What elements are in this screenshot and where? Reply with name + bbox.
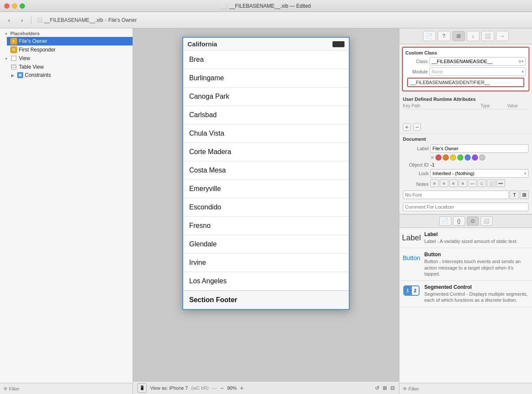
lock-arrow: ▾	[524, 171, 526, 176]
inspector-tab-identity[interactable]: ⊞	[452, 31, 465, 41]
constraints-item[interactable]: ▶ ⊞ Constraints	[7, 71, 133, 79]
swatch-purple[interactable]	[472, 155, 478, 161]
module-label: Module	[405, 69, 428, 74]
table-view-item[interactable]: Table View	[7, 63, 133, 71]
swatch-gray[interactable]	[479, 155, 485, 161]
runtime-columns: Key Path Type Value	[403, 103, 529, 109]
swatch-clear[interactable]: ✕	[430, 155, 434, 161]
object-id-row: Object ID -1	[403, 162, 529, 167]
font-input[interactable]	[403, 191, 509, 199]
runtime-add-remove-row: + −	[403, 123, 529, 131]
lib-tab-media[interactable]: ⬜	[481, 216, 493, 226]
module-dropdown-arrow: ▾	[522, 70, 524, 74]
first-responder-item[interactable]: R First Responder	[7, 45, 133, 54]
right-filter-bar: ⊕	[399, 383, 532, 394]
inspector-tab-size[interactable]: ⬜	[481, 31, 494, 41]
left-filter-input[interactable]	[9, 386, 129, 391]
runtime-attributes-section: User Defined Runtime Attributes Key Path…	[399, 94, 532, 134]
constraints-expand[interactable]: ▶	[10, 73, 15, 78]
view-item[interactable]: ▾ View	[0, 54, 133, 63]
lock-select[interactable]: Inherited - (Nothing) ▾	[430, 169, 529, 178]
close-button[interactable]	[4, 3, 9, 9]
segmented-preview-icon: 1 2	[403, 284, 420, 297]
view-device-button[interactable]: 📱	[137, 383, 147, 393]
list-item: Canoga Park	[183, 88, 349, 106]
notes-more[interactable]: •••	[496, 179, 505, 187]
list-item: Chula Vista	[183, 124, 349, 143]
segmented-preview: 1 2	[403, 285, 420, 296]
files-owner-item[interactable]: F File's Owner	[7, 37, 133, 45]
custom-class-section: Custom Class Class __FILEBASENAMEASIDE__…	[402, 47, 529, 91]
identifier-field[interactable]: __FILEBASENAMEASIDENTIFIER__	[407, 78, 524, 87]
notes-embed[interactable]: ⬜	[487, 179, 496, 187]
inspector-tab-connections[interactable]: →	[496, 31, 509, 41]
swatch-blue[interactable]	[465, 155, 471, 161]
module-input[interactable]: None ▾	[429, 67, 526, 76]
lib-tab-file[interactable]: 📄	[439, 216, 451, 226]
notes-justify[interactable]: ≡	[459, 179, 467, 187]
toolbar-separator	[31, 16, 31, 24]
left-panel: ▾ Placeholders F File's Owner R First Re…	[0, 28, 133, 394]
font-row: T ⊞	[403, 191, 529, 201]
right-panel: 📄 ? ⊞ ↓ ⬜ → Custom Class Class __FILEBAS…	[399, 28, 532, 394]
notes-align-right[interactable]: ≡	[449, 179, 458, 187]
zoom-out-button[interactable]: −	[220, 385, 224, 391]
zoom-in-button[interactable]: +	[240, 385, 243, 391]
inspector-tab-help[interactable]: ?	[438, 31, 450, 41]
constraints-icon: ⊞	[17, 72, 23, 78]
view-icon	[10, 55, 17, 62]
notes-toolbar: ≡ ≡ ≡ ≡ — □ ⬜ •••	[430, 179, 529, 187]
view-expand-icon[interactable]: ▾	[3, 56, 9, 61]
segmented-text-block: Segmented Control Segmented Control - Di…	[424, 284, 529, 303]
list-item: Irvine	[183, 254, 349, 272]
inspector-tab-file[interactable]: 📄	[423, 31, 436, 41]
swatch-green[interactable]	[457, 155, 463, 161]
lib-tab-objects[interactable]: ⊙	[467, 216, 479, 226]
comment-input[interactable]	[403, 203, 529, 211]
maximize-button[interactable]	[20, 3, 25, 9]
grid-button[interactable]: ⊟	[390, 385, 395, 391]
library-item-label[interactable]: Label Label Label - A variably sized amo…	[399, 228, 532, 248]
font-format-button[interactable]: T	[510, 191, 519, 199]
city-header: California	[187, 40, 217, 48]
class-input[interactable]: __FILEBASENAMEASIDE__ ⊕▾	[429, 57, 526, 66]
swatch-red[interactable]	[435, 155, 441, 161]
swatch-orange[interactable]	[443, 155, 449, 161]
notes-align-left[interactable]: ≡	[430, 179, 439, 187]
title-bar: ⬜ __FILEBASENAME__.xib — Edited	[0, 0, 532, 12]
files-owner-icon: F	[10, 38, 17, 45]
add-attribute-button[interactable]: +	[403, 123, 411, 131]
back-button[interactable]: ‹	[3, 15, 15, 25]
label-text-block: Label Label - A variably sized amount of…	[424, 231, 529, 244]
breadcrumb-arrow: ›	[105, 17, 106, 23]
runtime-empty-area	[403, 111, 529, 121]
outline-view: ▾ Placeholders F File's Owner R First Re…	[0, 28, 133, 383]
layout-button[interactable]: ⊞	[383, 385, 387, 391]
swatch-yellow[interactable]	[450, 155, 456, 161]
list-item: Glendale	[183, 235, 349, 254]
expand-icon[interactable]: ▾	[3, 31, 9, 36]
button-title: Button	[424, 252, 529, 258]
remove-attribute-button[interactable]: −	[413, 123, 421, 131]
library-item-segmented[interactable]: 1 2 Segmented Control Segmented Control …	[399, 281, 532, 307]
notes-align-center[interactable]: ≡	[440, 179, 448, 187]
left-filter-bar: ⊕	[0, 383, 133, 394]
object-id-value: -1	[430, 162, 435, 167]
battery-icon	[332, 41, 345, 47]
inspector-tab-attributes[interactable]: ↓	[467, 31, 480, 41]
toolbar: ‹ › ⬜ __FILEBASENAME__.xib › File's Owne…	[0, 12, 532, 28]
list-item: Carlsbad	[183, 106, 349, 124]
list-item: Escondido	[183, 198, 349, 217]
library-item-button[interactable]: Button Button Button - Intercepts touch …	[399, 248, 532, 281]
forward-button[interactable]: ›	[16, 15, 27, 25]
class-dropdown-arrow: ⊕▾	[518, 59, 524, 64]
font-stepper[interactable]: ⊞	[520, 191, 529, 199]
minimize-button[interactable]	[12, 3, 17, 9]
notes-box[interactable]: □	[478, 179, 486, 187]
notes-dash[interactable]: —	[468, 179, 477, 187]
seg-part-2: 2	[412, 286, 419, 295]
refresh-button[interactable]: ↺	[375, 385, 379, 391]
right-filter-input[interactable]	[408, 386, 529, 391]
lib-tab-code[interactable]: {}	[453, 216, 465, 226]
label-input[interactable]	[430, 144, 529, 153]
